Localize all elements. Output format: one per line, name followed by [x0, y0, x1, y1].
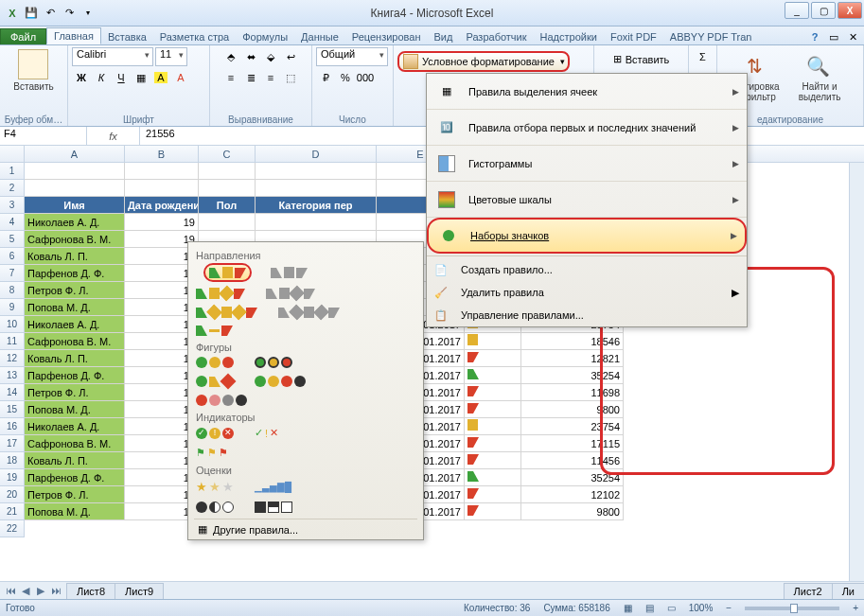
- row-header[interactable]: 1: [0, 163, 25, 180]
- cell[interactable]: Имя: [25, 197, 125, 214]
- cell[interactable]: [125, 180, 199, 197]
- cell[interactable]: 9800: [521, 401, 624, 418]
- cell[interactable]: 12821: [521, 350, 624, 367]
- row-header[interactable]: 2: [0, 180, 25, 197]
- fill-color-button[interactable]: A: [151, 68, 170, 87]
- row-header[interactable]: 19: [0, 469, 25, 486]
- number-format-combo[interactable]: Общий: [316, 47, 388, 66]
- cell[interactable]: [465, 350, 521, 367]
- align-top-button[interactable]: ⬘: [221, 47, 240, 66]
- iconset-4trafficlights[interactable]: [253, 374, 308, 389]
- align-left-button[interactable]: ≡: [221, 68, 240, 87]
- iconset-3triangles[interactable]: [194, 324, 235, 338]
- menu-manage-rules[interactable]: 📋 Управление правилами...: [427, 304, 747, 326]
- cell[interactable]: 35254: [521, 469, 624, 486]
- iconset-redtoblack[interactable]: [194, 393, 249, 408]
- cell[interactable]: Коваль Л. П.: [25, 350, 125, 367]
- excel-icon[interactable]: X: [4, 5, 21, 22]
- iconset-3arrows-grey[interactable]: [269, 263, 309, 282]
- cell[interactable]: [465, 452, 521, 469]
- percent-button[interactable]: %: [336, 68, 355, 87]
- row-header[interactable]: 12: [0, 350, 25, 367]
- cell[interactable]: Попова М. Д.: [25, 299, 125, 316]
- row-header[interactable]: 13: [0, 367, 25, 384]
- column-header[interactable]: B: [125, 146, 199, 162]
- vertical-scrollbar[interactable]: [849, 163, 864, 581]
- sheet-nav-next[interactable]: ▶: [34, 585, 47, 597]
- row-header[interactable]: 14: [0, 384, 25, 401]
- row-header[interactable]: 4: [0, 214, 25, 231]
- iconset-3symbols-circled[interactable]: ✓!✕: [194, 425, 236, 441]
- cell[interactable]: [465, 486, 521, 503]
- row-header[interactable]: 21: [0, 503, 25, 520]
- cell[interactable]: Николаев А. Д.: [25, 214, 125, 231]
- cell[interactable]: Категория пер: [256, 197, 377, 214]
- cell[interactable]: 17115: [521, 435, 624, 452]
- menu-colorscales[interactable]: Цветовые шкалы ▶: [427, 182, 747, 218]
- borders-button[interactable]: ▦: [132, 68, 150, 87]
- cell[interactable]: [465, 435, 521, 452]
- menu-top-bottom[interactable]: 🔟 Правила отбора первых и последних знач…: [427, 110, 747, 146]
- fx-icon[interactable]: fx: [87, 127, 140, 145]
- maximize-button[interactable]: ▢: [811, 2, 836, 19]
- italic-button[interactable]: К: [92, 68, 111, 87]
- view-pagebreak-icon[interactable]: ▭: [667, 603, 676, 613]
- iconset-3trafficlights[interactable]: [194, 355, 236, 370]
- menu-databars[interactable]: Гистограммы ▶: [427, 146, 747, 182]
- cell[interactable]: [465, 503, 521, 520]
- row-header[interactable]: 6: [0, 248, 25, 265]
- cell[interactable]: Сафронова В. М.: [25, 231, 125, 248]
- cell[interactable]: Дата рождения: [125, 197, 199, 214]
- menu-clear-rules[interactable]: 🧹 Удалить правила ▶: [427, 281, 747, 304]
- tab-developer[interactable]: Разработчик: [459, 29, 533, 44]
- view-normal-icon[interactable]: ▦: [624, 603, 632, 613]
- row-header[interactable]: 8: [0, 282, 25, 299]
- tab-home[interactable]: Главная: [46, 27, 101, 44]
- cell[interactable]: [199, 163, 256, 180]
- iconset-3trafficlights-rimmed[interactable]: [253, 355, 294, 370]
- sheet-tab[interactable]: Лист8: [66, 583, 115, 599]
- row-header[interactable]: 15: [0, 401, 25, 418]
- iconset-3stars[interactable]: ★★★: [194, 478, 236, 496]
- cell[interactable]: Николаев А. Д.: [25, 316, 125, 333]
- iconset-5boxes[interactable]: [253, 500, 294, 515]
- cell[interactable]: 11456: [521, 452, 624, 469]
- column-header[interactable]: D: [256, 146, 377, 162]
- row-header[interactable]: 3: [0, 197, 25, 214]
- iconset-5arrows-grey[interactable]: [276, 305, 342, 320]
- qat-more-icon[interactable]: ▾: [79, 5, 97, 22]
- tab-pagelayout[interactable]: Разметка стра: [153, 29, 236, 44]
- cell[interactable]: [125, 163, 199, 180]
- row-header[interactable]: 11: [0, 333, 25, 350]
- comma-button[interactable]: 000: [356, 68, 375, 87]
- align-middle-button[interactable]: ⬌: [241, 47, 260, 66]
- cell[interactable]: [465, 384, 521, 401]
- cell[interactable]: Петров Ф. Л.: [25, 384, 125, 401]
- iconset-3flags[interactable]: ⚑⚑⚑: [194, 445, 230, 461]
- help-icon[interactable]: ?: [807, 29, 822, 44]
- iconset-4arrows-colored[interactable]: [194, 286, 247, 301]
- align-right-button[interactable]: ≡: [261, 68, 280, 87]
- cell[interactable]: [465, 401, 521, 418]
- row-header[interactable]: 7: [0, 265, 25, 282]
- zoom-level[interactable]: 100%: [689, 603, 714, 613]
- font-color-button[interactable]: A: [171, 68, 190, 87]
- align-bottom-button[interactable]: ⬙: [261, 47, 280, 66]
- row-header[interactable]: 16: [0, 418, 25, 435]
- cells-insert-label[interactable]: Вставить: [626, 54, 670, 65]
- cell[interactable]: [25, 180, 125, 197]
- workbook-close-icon[interactable]: ✕: [845, 29, 860, 44]
- cell[interactable]: Пол: [199, 197, 256, 214]
- cell[interactable]: Парфенов Д. Ф.: [25, 367, 125, 384]
- menu-highlight-cells[interactable]: ▦ Правила выделения ячеек ▶: [427, 74, 747, 110]
- ribbon-minimize-icon[interactable]: ▭: [826, 29, 841, 44]
- row-header[interactable]: 5: [0, 231, 25, 248]
- bold-button[interactable]: Ж: [72, 68, 91, 87]
- menu-iconsets[interactable]: Наборы значков ▶: [427, 218, 747, 254]
- cell[interactable]: [465, 469, 521, 486]
- iconset-3signs[interactable]: [194, 374, 236, 389]
- cell[interactable]: [465, 333, 521, 350]
- redo-icon[interactable]: ↷: [61, 5, 78, 22]
- row-header[interactable]: 17: [0, 435, 25, 452]
- column-header[interactable]: C: [199, 146, 256, 162]
